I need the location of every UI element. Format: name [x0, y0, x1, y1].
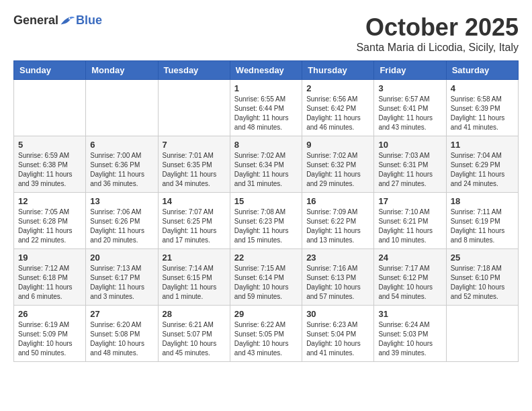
weekday-header-row: SundayMondayTuesdayWednesdayThursdayFrid… — [14, 61, 519, 80]
day-info: Sunrise: 6:58 AM Sunset: 6:39 PM Dayligh… — [451, 95, 514, 132]
calendar-cell: 15Sunrise: 7:08 AM Sunset: 6:23 PM Dayli… — [230, 193, 302, 249]
weekday-header-tuesday: Tuesday — [158, 61, 230, 80]
day-info: Sunrise: 7:17 AM Sunset: 6:12 PM Dayligh… — [378, 264, 441, 302]
day-info: Sunrise: 6:24 AM Sunset: 5:03 PM Dayligh… — [378, 320, 441, 358]
calendar-cell — [158, 80, 230, 136]
day-number: 26 — [18, 309, 81, 319]
day-number: 1 — [234, 83, 298, 93]
day-number: 6 — [90, 140, 153, 150]
calendar-cell — [86, 80, 158, 136]
day-info: Sunrise: 7:14 AM Sunset: 6:15 PM Dayligh… — [163, 264, 226, 302]
day-info: Sunrise: 7:13 AM Sunset: 6:17 PM Dayligh… — [90, 264, 153, 302]
calendar-cell: 31Sunrise: 6:24 AM Sunset: 5:03 PM Dayli… — [374, 306, 446, 362]
calendar-cell: 19Sunrise: 7:12 AM Sunset: 6:18 PM Dayli… — [14, 249, 86, 306]
calendar-week-3: 12Sunrise: 7:05 AM Sunset: 6:28 PM Dayli… — [14, 193, 519, 249]
calendar-cell: 18Sunrise: 7:11 AM Sunset: 6:19 PM Dayli… — [446, 193, 518, 249]
calendar-cell: 12Sunrise: 7:05 AM Sunset: 6:28 PM Dayli… — [14, 193, 86, 249]
day-info: Sunrise: 6:23 AM Sunset: 5:04 PM Dayligh… — [306, 320, 369, 358]
day-info: Sunrise: 6:21 AM Sunset: 5:07 PM Dayligh… — [163, 320, 226, 358]
day-number: 15 — [234, 196, 298, 206]
day-number: 5 — [18, 140, 81, 150]
calendar-cell: 2Sunrise: 6:56 AM Sunset: 6:42 PM Daylig… — [302, 80, 374, 136]
logo-bird-icon — [60, 14, 76, 28]
day-info: Sunrise: 6:22 AM Sunset: 5:05 PM Dayligh… — [234, 320, 298, 358]
calendar-cell: 14Sunrise: 7:07 AM Sunset: 6:25 PM Dayli… — [158, 193, 230, 249]
day-number: 20 — [90, 253, 153, 263]
day-info: Sunrise: 6:56 AM Sunset: 6:42 PM Dayligh… — [306, 95, 369, 132]
calendar-week-4: 19Sunrise: 7:12 AM Sunset: 6:18 PM Dayli… — [14, 249, 519, 306]
day-info: Sunrise: 7:16 AM Sunset: 6:13 PM Dayligh… — [306, 264, 369, 302]
calendar-cell: 10Sunrise: 7:03 AM Sunset: 6:31 PM Dayli… — [374, 136, 446, 193]
weekday-header-friday: Friday — [374, 61, 446, 80]
calendar-week-5: 26Sunrise: 6:19 AM Sunset: 5:09 PM Dayli… — [14, 306, 519, 362]
calendar-cell: 30Sunrise: 6:23 AM Sunset: 5:04 PM Dayli… — [302, 306, 374, 362]
calendar-cell: 20Sunrise: 7:13 AM Sunset: 6:17 PM Dayli… — [86, 249, 158, 306]
page-header: General Blue October 2025 Santa Maria di… — [13, 13, 519, 54]
day-number: 18 — [451, 196, 514, 206]
day-number: 16 — [306, 196, 369, 206]
day-number: 14 — [163, 196, 226, 206]
day-number: 17 — [378, 196, 441, 206]
day-number: 4 — [451, 83, 514, 93]
calendar-cell: 17Sunrise: 7:10 AM Sunset: 6:21 PM Dayli… — [374, 193, 446, 249]
day-info: Sunrise: 7:07 AM Sunset: 6:25 PM Dayligh… — [163, 208, 226, 245]
day-info: Sunrise: 7:08 AM Sunset: 6:23 PM Dayligh… — [234, 208, 298, 245]
day-info: Sunrise: 6:59 AM Sunset: 6:38 PM Dayligh… — [18, 151, 81, 189]
day-number: 21 — [163, 253, 226, 263]
weekday-header-wednesday: Wednesday — [230, 61, 302, 80]
calendar-cell: 25Sunrise: 7:18 AM Sunset: 6:10 PM Dayli… — [446, 249, 518, 306]
day-number: 23 — [306, 253, 369, 263]
day-info: Sunrise: 7:02 AM Sunset: 6:32 PM Dayligh… — [306, 151, 369, 189]
calendar-cell: 26Sunrise: 6:19 AM Sunset: 5:09 PM Dayli… — [14, 306, 86, 362]
day-number: 30 — [306, 309, 369, 319]
day-number: 2 — [306, 83, 369, 93]
title-section: October 2025 Santa Maria di Licodia, Sic… — [356, 13, 519, 54]
calendar-cell: 21Sunrise: 7:14 AM Sunset: 6:15 PM Dayli… — [158, 249, 230, 306]
calendar-cell: 24Sunrise: 7:17 AM Sunset: 6:12 PM Dayli… — [374, 249, 446, 306]
calendar-week-1: 1Sunrise: 6:55 AM Sunset: 6:44 PM Daylig… — [14, 80, 519, 136]
day-info: Sunrise: 7:10 AM Sunset: 6:21 PM Dayligh… — [378, 208, 441, 245]
day-info: Sunrise: 7:09 AM Sunset: 6:22 PM Dayligh… — [306, 208, 369, 245]
day-info: Sunrise: 7:12 AM Sunset: 6:18 PM Dayligh… — [18, 264, 81, 302]
day-info: Sunrise: 7:18 AM Sunset: 6:10 PM Dayligh… — [451, 264, 514, 302]
calendar-cell: 5Sunrise: 6:59 AM Sunset: 6:38 PM Daylig… — [14, 136, 86, 193]
calendar-cell: 8Sunrise: 7:02 AM Sunset: 6:34 PM Daylig… — [230, 136, 302, 193]
day-number: 28 — [163, 309, 226, 319]
logo-general-text: General — [13, 13, 58, 28]
weekday-header-monday: Monday — [86, 61, 158, 80]
calendar-cell: 4Sunrise: 6:58 AM Sunset: 6:39 PM Daylig… — [446, 80, 518, 136]
calendar-cell — [446, 306, 518, 362]
day-info: Sunrise: 6:20 AM Sunset: 5:08 PM Dayligh… — [90, 320, 153, 358]
calendar-cell: 13Sunrise: 7:06 AM Sunset: 6:26 PM Dayli… — [86, 193, 158, 249]
calendar-cell: 29Sunrise: 6:22 AM Sunset: 5:05 PM Dayli… — [230, 306, 302, 362]
day-number: 3 — [378, 83, 441, 93]
day-info: Sunrise: 7:04 AM Sunset: 6:29 PM Dayligh… — [451, 151, 514, 189]
day-number: 10 — [378, 140, 441, 150]
day-number: 31 — [378, 309, 441, 319]
calendar-table: SundayMondayTuesdayWednesdayThursdayFrid… — [13, 60, 519, 362]
weekday-header-sunday: Sunday — [14, 61, 86, 80]
day-info: Sunrise: 7:15 AM Sunset: 6:14 PM Dayligh… — [234, 264, 298, 302]
day-info: Sunrise: 6:19 AM Sunset: 5:09 PM Dayligh… — [18, 320, 81, 358]
calendar-cell: 27Sunrise: 6:20 AM Sunset: 5:08 PM Dayli… — [86, 306, 158, 362]
day-number: 25 — [451, 253, 514, 263]
day-info: Sunrise: 7:11 AM Sunset: 6:19 PM Dayligh… — [451, 208, 514, 245]
day-number: 8 — [234, 140, 298, 150]
day-info: Sunrise: 7:00 AM Sunset: 6:36 PM Dayligh… — [90, 151, 153, 189]
calendar-cell: 7Sunrise: 7:01 AM Sunset: 6:35 PM Daylig… — [158, 136, 230, 193]
day-info: Sunrise: 6:57 AM Sunset: 6:41 PM Dayligh… — [378, 95, 441, 132]
calendar-week-2: 5Sunrise: 6:59 AM Sunset: 6:38 PM Daylig… — [14, 136, 519, 193]
day-number: 13 — [90, 196, 153, 206]
weekday-header-saturday: Saturday — [446, 61, 518, 80]
day-info: Sunrise: 7:01 AM Sunset: 6:35 PM Dayligh… — [163, 151, 226, 189]
logo: General Blue — [13, 13, 102, 28]
month-title: October 2025 — [356, 13, 519, 42]
logo-blue-text: Blue — [76, 13, 102, 28]
day-number: 22 — [234, 253, 298, 263]
day-number: 9 — [306, 140, 369, 150]
calendar-cell: 6Sunrise: 7:00 AM Sunset: 6:36 PM Daylig… — [86, 136, 158, 193]
day-number: 27 — [90, 309, 153, 319]
calendar-cell: 22Sunrise: 7:15 AM Sunset: 6:14 PM Dayli… — [230, 249, 302, 306]
day-number: 19 — [18, 253, 81, 263]
day-number: 12 — [18, 196, 81, 206]
